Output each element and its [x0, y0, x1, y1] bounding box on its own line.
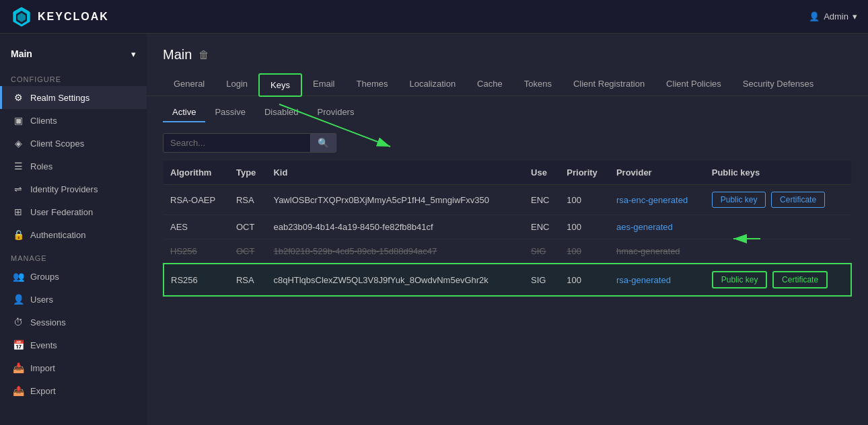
cell-provider[interactable]: aes-generated — [610, 215, 705, 239]
sidebar-item-label: Realm Settings — [30, 93, 89, 103]
col-type: Type — [229, 161, 266, 185]
certificate-button[interactable]: Certificate — [771, 192, 825, 208]
logo-area: KEYCLOAK — [11, 6, 109, 28]
sidebar-item-identity-providers[interactable]: ⇌ Identity Providers — [0, 178, 147, 200]
realm-settings-icon: ⚙ — [13, 92, 24, 103]
sidebar-item-export[interactable]: 📤 Export — [0, 379, 147, 402]
cell-public-keys — [705, 215, 851, 239]
identity-providers-icon: ⇌ — [13, 184, 24, 194]
sidebar-item-client-scopes[interactable]: ◈ Client Scopes — [0, 132, 147, 155]
delete-realm-icon[interactable]: 🗑 — [198, 49, 209, 61]
cell-provider[interactable]: rsa-enc-generated — [610, 185, 705, 215]
table-row: HS256 OCT 1b2f0218-529b-4cd5-89cb-15d88d… — [164, 239, 851, 264]
cell-use: SIG — [524, 264, 560, 296]
sidebar-item-authentication[interactable]: 🔒 Authentication — [0, 223, 147, 246]
configure-section-label: Configure — [0, 67, 147, 86]
sub-tab-providers[interactable]: Providers — [308, 103, 364, 122]
tab-general[interactable]: General — [163, 73, 215, 95]
tab-themes[interactable]: Themes — [345, 73, 398, 95]
keys-table: Algorithm Type Kid Use Priority Provider… — [163, 161, 852, 297]
sidebar-item-sessions[interactable]: ⏱ Sessions — [0, 311, 147, 334]
cell-kid: eab23b09-4b14-4a19-8450-fe82fb8b41cf — [266, 215, 524, 239]
events-icon: 📅 — [13, 340, 24, 350]
sidebar-item-label: Clients — [30, 116, 57, 126]
sidebar: Main ▾ Configure ⚙ Realm Settings ▣ Clie… — [0, 34, 147, 425]
topbar: KEYCLOAK 👤 Admin ▾ — [0, 0, 868, 34]
user-federation-icon: ⊞ — [13, 206, 24, 217]
sidebar-item-label: Export — [30, 386, 56, 396]
keycloak-logo-icon — [11, 6, 32, 28]
export-icon: 📤 — [13, 385, 24, 396]
cell-kid: c8qHTlqbsClexZW5QL3V8J9fYuk_8OwdvNm5evGh… — [266, 264, 524, 296]
content-header: Main 🗑 General Login Keys Email Themes L… — [147, 34, 868, 96]
import-icon: 📥 — [13, 362, 24, 373]
sidebar-item-label: Import — [30, 363, 55, 373]
col-kid: Kid — [266, 161, 524, 185]
col-public-keys: Public keys — [705, 161, 851, 185]
tab-login[interactable]: Login — [215, 73, 258, 95]
clients-icon: ▣ — [13, 115, 24, 126]
tab-email[interactable]: Email — [302, 73, 346, 95]
cell-priority: 100 — [560, 264, 610, 296]
sub-tab-passive[interactable]: Passive — [205, 103, 255, 122]
sidebar-item-user-federation[interactable]: ⊞ User Federation — [0, 200, 147, 223]
sidebar-item-label: Authentication — [30, 230, 85, 240]
cell-type: RSA — [229, 264, 266, 296]
col-provider: Provider — [610, 161, 705, 185]
cell-provider[interactable]: hmac-generated — [610, 239, 705, 264]
groups-icon: 👥 — [13, 271, 24, 282]
cell-kid: 1b2f0218-529b-4cd5-89cb-15d88d94ac47 — [266, 239, 524, 264]
sidebar-item-label: Groups — [30, 272, 59, 282]
sidebar-item-label: Client Scopes — [30, 139, 84, 149]
sidebar-item-groups[interactable]: 👥 Groups — [0, 265, 147, 288]
public-key-button-highlighted[interactable]: Public key — [712, 271, 768, 288]
cell-public-keys: Public key Certificate — [705, 264, 851, 296]
sidebar-item-label: User Federation — [30, 207, 93, 217]
search-button[interactable]: 🔍 — [311, 133, 336, 153]
public-key-button[interactable]: Public key — [712, 192, 766, 208]
user-icon: 👤 — [809, 11, 820, 22]
cell-provider[interactable]: rsa-generated — [610, 264, 705, 296]
sessions-icon: ⏱ — [13, 317, 24, 327]
realm-name: Main — [11, 48, 32, 59]
tab-keys[interactable]: Keys — [258, 73, 302, 97]
content-area: Main 🗑 General Login Keys Email Themes L… — [147, 34, 868, 425]
sub-tab-active[interactable]: Active — [163, 103, 205, 122]
tab-tokens[interactable]: Tokens — [513, 73, 563, 95]
sidebar-item-clients[interactable]: ▣ Clients — [0, 109, 147, 132]
sidebar-item-import[interactable]: 📥 Import — [0, 356, 147, 379]
sub-tab-disabled[interactable]: Disabled — [255, 103, 308, 122]
cell-priority: 100 — [560, 239, 610, 264]
cell-use: SIG — [524, 239, 560, 264]
realm-chevron: ▾ — [131, 49, 136, 59]
sidebar-item-realm-settings[interactable]: ⚙ Realm Settings — [0, 86, 147, 109]
sidebar-item-label: Sessions — [30, 317, 66, 327]
logo-text: KEYCLOAK — [38, 11, 109, 23]
table-area: 🔍 Algorithm Type Kid Use Priority Provid… — [147, 122, 868, 307]
chevron-down-icon: ▾ — [853, 11, 857, 22]
table-row: RS256 RSA c8qHTlqbsClexZW5QL3V8J9fYuk_8O… — [164, 264, 851, 296]
cell-algorithm: RSA-OAEP — [164, 185, 229, 215]
cell-algorithm: HS256 — [164, 239, 229, 264]
search-bar: 🔍 — [163, 133, 852, 153]
main-layout: Main ▾ Configure ⚙ Realm Settings ▣ Clie… — [0, 34, 868, 425]
client-scopes-icon: ◈ — [13, 138, 24, 149]
tab-localization[interactable]: Localization — [398, 73, 466, 95]
tab-client-policies[interactable]: Client Policies — [655, 73, 732, 95]
tab-security-defenses[interactable]: Security Defenses — [732, 73, 825, 95]
main-tabs: General Login Keys Email Themes Localiza… — [163, 73, 852, 95]
sidebar-item-roles[interactable]: ☰ Roles — [0, 155, 147, 178]
roles-icon: ☰ — [13, 161, 24, 171]
content-title: Main 🗑 — [163, 47, 852, 63]
tab-client-registration[interactable]: Client Registration — [563, 73, 655, 95]
table-header-row: Algorithm Type Kid Use Priority Provider… — [164, 161, 851, 185]
sidebar-item-label: Identity Providers — [30, 184, 98, 194]
realm-selector[interactable]: Main ▾ — [0, 40, 147, 67]
sidebar-item-events[interactable]: 📅 Events — [0, 334, 147, 356]
sidebar-item-users[interactable]: 👤 Users — [0, 288, 147, 311]
sidebar-item-label: Roles — [30, 161, 52, 171]
admin-menu[interactable]: 👤 Admin ▾ — [809, 11, 857, 22]
search-input[interactable] — [163, 133, 311, 153]
certificate-button-highlighted[interactable]: Certificate — [772, 271, 828, 288]
tab-cache[interactable]: Cache — [466, 73, 513, 95]
